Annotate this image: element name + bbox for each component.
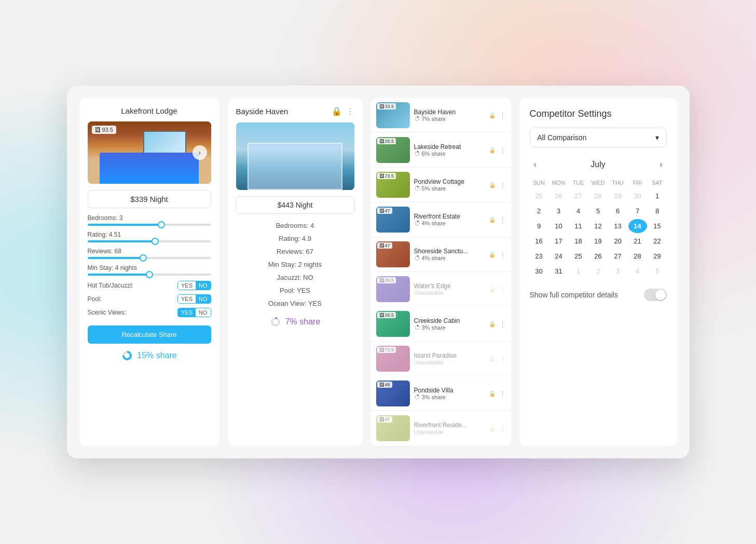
list-item[interactable]: 🖼 47Riverfront Estate 4% share🔒⋮ (371, 202, 511, 237)
list-dots-icon[interactable]: ⋮ (499, 216, 506, 224)
calendar-day[interactable]: 1 (648, 189, 667, 203)
calendar-day[interactable]: 18 (569, 234, 588, 248)
list-lock-icon[interactable]: 🔒 (489, 182, 496, 188)
calendar-day[interactable]: 20 (609, 234, 627, 248)
calendar-day[interactable]: 3 (609, 264, 627, 278)
reviews-thumb[interactable] (140, 254, 147, 262)
hot-tub-toggle[interactable]: YES NO (177, 281, 211, 290)
pool-toggle[interactable]: YES NO (177, 294, 211, 304)
list-dots-icon[interactable]: ⋮ (499, 112, 506, 119)
list-lock-icon[interactable]: 🔒 (489, 390, 496, 397)
list-dots-icon[interactable]: ⋮ (499, 355, 506, 363)
calendar-day[interactable]: 15 (648, 219, 667, 233)
calendar-day[interactable]: 9 (530, 219, 548, 233)
bedrooms-thumb[interactable] (158, 221, 165, 228)
list-dots-icon[interactable]: ⋮ (499, 425, 506, 432)
hot-tub-yes[interactable]: YES (178, 281, 196, 290)
list-dots-icon[interactable]: ⋮ (499, 146, 506, 154)
comparison-label: All Comparison (538, 133, 587, 142)
list-dots-icon[interactable]: ⋮ (499, 181, 506, 189)
list-dots-icon[interactable]: ⋮ (499, 390, 506, 398)
pool-yes[interactable]: YES (178, 295, 196, 303)
calendar-day[interactable]: 11 (569, 219, 588, 233)
calendar-day[interactable]: 29 (648, 249, 667, 263)
list-lock-icon[interactable]: 🔒 (489, 321, 496, 328)
calendar-day[interactable]: 3 (549, 204, 568, 218)
calendar-day[interactable]: 29 (609, 189, 627, 203)
list-lock-icon[interactable]: 🔒 (489, 147, 496, 154)
calendar-day[interactable]: 5 (589, 204, 608, 218)
scenic-toggle[interactable]: YES NO (177, 308, 211, 317)
calendar-day[interactable]: 8 (648, 204, 667, 218)
calendar-day[interactable]: 27 (569, 189, 588, 203)
list-item[interactable]: 🖼 47Shoreside Sanctu... 4% share🔒⋮ (371, 237, 511, 272)
calendar-day[interactable]: 28 (628, 249, 647, 263)
scenic-yes[interactable]: YES (178, 308, 196, 317)
rating-thumb[interactable] (152, 238, 159, 245)
list-dots-icon[interactable]: ⋮ (499, 285, 506, 293)
calendar-day[interactable]: 6 (609, 204, 627, 218)
calendar-day[interactable]: 28 (589, 189, 608, 203)
list-dots-icon[interactable]: ⋮ (499, 251, 506, 259)
calendar-day[interactable]: 4 (569, 204, 588, 218)
rating-track[interactable] (88, 240, 211, 242)
calendar-day[interactable]: 22 (648, 234, 667, 248)
minstay-thumb[interactable] (146, 271, 153, 278)
list-item[interactable]: 🖼 73.5Island ParadiseUnavailable🔒⋮ (371, 342, 511, 376)
list-item[interactable]: 🖼 33.5Bayside Haven 7% share🔒⋮ (371, 98, 511, 133)
calendar-prev-btn[interactable]: ‹ (530, 158, 541, 171)
calendar-day[interactable]: 5 (648, 264, 667, 278)
calendar-day[interactable]: 16 (530, 234, 548, 248)
left-image-next[interactable]: › (193, 145, 207, 160)
calendar-day[interactable]: 14 (628, 219, 647, 233)
calendar-day[interactable]: 26 (589, 249, 608, 263)
list-item[interactable]: 🖼 35.5Water's EdgeUnavailable🔒⋮ (371, 272, 511, 307)
calendar-day[interactable]: 27 (609, 249, 627, 263)
list-lock-icon[interactable]: 🔒 (489, 112, 496, 119)
middle-dots-icon[interactable]: ⋮ (346, 106, 354, 116)
comparison-dropdown[interactable]: All Comparison ▾ (530, 128, 667, 147)
list-lock-icon[interactable]: 🔒 (489, 286, 496, 293)
calendar-day[interactable]: 23 (530, 249, 548, 263)
calendar-day[interactable]: 13 (609, 219, 627, 233)
list-thumbnail: 🖼 73.5 (376, 346, 410, 372)
calendar-day[interactable]: 24 (549, 249, 568, 263)
calendar-day[interactable]: 25 (530, 189, 548, 203)
list-item[interactable]: 🖼 47Riverfront Reside...Unavailable🔒⋮ (371, 411, 511, 446)
calendar-day[interactable]: 2 (589, 264, 608, 278)
list-item[interactable]: 🖼 26.5Creekside Cabin 3% share🔒⋮ (371, 307, 511, 342)
pool-no[interactable]: NO (196, 295, 211, 303)
calendar-day[interactable]: 2 (530, 204, 548, 218)
list-lock-icon[interactable]: 🔒 (489, 356, 496, 362)
calendar-day[interactable]: 30 (628, 189, 647, 203)
list-item[interactable]: 🖼 73.5Pondview Cottage 5% share🔒⋮ (371, 168, 511, 202)
list-lock-icon[interactable]: 🔒 (489, 425, 496, 432)
list-item[interactable]: 🖼 48Pondside Villa 3% share🔒⋮ (371, 376, 511, 411)
calendar-day[interactable]: 19 (589, 234, 608, 248)
scenic-no[interactable]: NO (196, 308, 211, 317)
list-item[interactable]: 🖼 26.5Lakeside Retreat 6% share🔒⋮ (371, 133, 511, 168)
calendar-day[interactable]: 21 (628, 234, 647, 248)
list-lock-icon[interactable]: 🔒 (489, 216, 496, 223)
calendar-next-btn[interactable]: › (655, 158, 666, 171)
bedrooms-track[interactable] (88, 224, 211, 226)
calendar-day[interactable]: 12 (589, 219, 608, 233)
calendar-day[interactable]: 25 (569, 249, 588, 263)
calendar-day[interactable]: 7 (628, 204, 647, 218)
show-details-toggle[interactable] (644, 289, 667, 301)
calendar-day[interactable]: 30 (530, 264, 548, 278)
calendar-day-header: TUE (569, 178, 588, 188)
hot-tub-no[interactable]: NO (196, 281, 211, 290)
list-lock-icon[interactable]: 🔒 (489, 251, 496, 258)
calendar-day[interactable]: 10 (549, 219, 568, 233)
calendar-day[interactable]: 26 (549, 189, 568, 203)
calendar-day[interactable]: 1 (569, 264, 588, 278)
middle-lock-icon[interactable]: 🔒 (332, 106, 342, 116)
recalculate-button[interactable]: Recalculate Share (88, 325, 211, 344)
list-dots-icon[interactable]: ⋮ (499, 320, 506, 328)
minstay-track[interactable] (88, 274, 211, 276)
reviews-track[interactable] (88, 257, 211, 259)
calendar-day[interactable]: 17 (549, 234, 568, 248)
calendar-day[interactable]: 31 (549, 264, 568, 278)
calendar-day[interactable]: 4 (628, 264, 647, 278)
